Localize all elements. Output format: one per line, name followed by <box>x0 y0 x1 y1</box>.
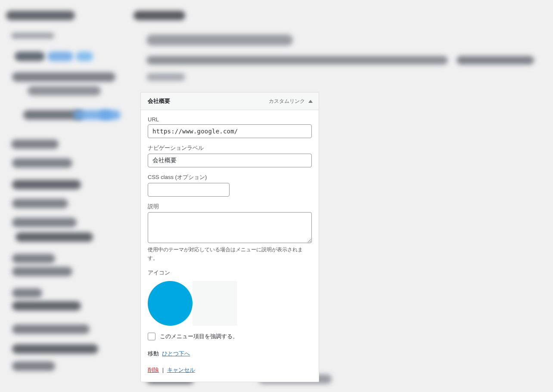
icon-row <box>148 281 312 326</box>
move-line: 移動 ひとつ下へ <box>148 350 312 358</box>
description-textarea[interactable] <box>148 212 312 243</box>
icon-preview-box <box>193 281 237 326</box>
delete-link[interactable]: 削除 <box>148 367 159 373</box>
description-hint: 使用中のテーマが対応している場合はメニューに説明が表示されます。 <box>148 245 312 263</box>
collapse-caret-icon[interactable] <box>308 100 313 103</box>
cancel-link[interactable]: キャンセル <box>167 367 195 373</box>
emphasize-checkbox[interactable] <box>148 333 155 340</box>
css-class-input[interactable] <box>148 183 230 197</box>
nav-label-input[interactable] <box>148 154 312 167</box>
url-label: URL <box>148 116 312 123</box>
actions-separator: | <box>162 367 164 373</box>
menu-item-title: 会社概要 <box>148 97 170 105</box>
description-label: 説明 <box>148 203 312 210</box>
menu-item-header[interactable]: 会社概要 カスタムリンク <box>141 93 319 110</box>
move-down-link[interactable]: ひとつ下へ <box>162 350 190 357</box>
icon-label: アイコン <box>148 269 312 277</box>
icon-preview-circle[interactable] <box>148 281 193 326</box>
page: 会社概要 カスタムリンク URL ナビゲーションラベル CSS class (オ… <box>0 0 553 392</box>
emphasize-row: このメニュー項目を強調する。 <box>148 333 312 340</box>
menu-item-type-label: カスタムリンク <box>269 98 305 105</box>
css-class-label: CSS class (オプション) <box>148 173 312 181</box>
menu-item-panel: 会社概要 カスタムリンク URL ナビゲーションラベル CSS class (オ… <box>140 92 319 382</box>
move-prefix: 移動 <box>148 350 159 357</box>
url-input[interactable] <box>148 124 312 138</box>
nav-label-label: ナビゲーションラベル <box>148 144 312 152</box>
menu-item-body: URL ナビゲーションラベル CSS class (オプション) 説明 使用中の… <box>141 110 319 382</box>
actions-line: 削除 | キャンセル <box>148 366 312 374</box>
menu-item-type: カスタムリンク <box>269 98 313 105</box>
emphasize-label: このメニュー項目を強調する。 <box>160 333 238 340</box>
